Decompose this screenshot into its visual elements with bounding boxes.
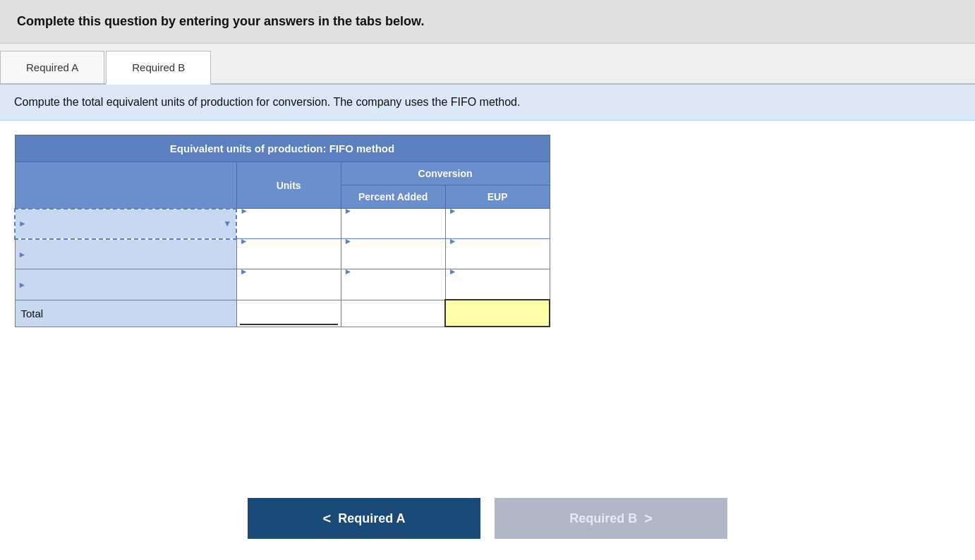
row1-units-input[interactable] <box>240 217 337 243</box>
eup-header: EUP <box>445 185 550 209</box>
row1-eup-input[interactable] <box>449 217 547 243</box>
description-text: Compute the total equivalent units of pr… <box>14 96 520 108</box>
instruction-bar: Complete this question by entering your … <box>0 0 975 44</box>
table-title-row: Equivalent units of production: FIFO met… <box>15 135 550 162</box>
required-a-label: Required A <box>338 511 405 526</box>
row2-units-input[interactable] <box>240 247 338 274</box>
row2-percent-input[interactable] <box>344 247 442 274</box>
row1-eup-arrow: ► <box>449 206 457 216</box>
percent-added-header: Percent Added <box>341 185 445 209</box>
total-row: Total <box>15 300 550 327</box>
row2-percent-arrow: ► <box>344 236 353 246</box>
total-eup-cell[interactable] <box>445 300 550 327</box>
equivalents-table: Equivalent units of production: FIFO met… <box>14 135 550 327</box>
total-label-cell: Total <box>15 300 236 327</box>
tab-required-b[interactable]: Required B <box>106 51 211 85</box>
required-b-chevron: > <box>644 511 653 527</box>
row2-units-arrow: ► <box>240 236 248 246</box>
row2-eup-arrow: ► <box>449 236 457 246</box>
row1-units-cell[interactable]: ► <box>236 209 341 239</box>
row1-percent-cell[interactable]: ► <box>341 209 445 239</box>
row2-label-cell[interactable]: ► <box>15 239 236 269</box>
total-label: Total <box>21 308 44 319</box>
required-b-label: Required B <box>569 511 637 526</box>
row1-units-arrow: ► <box>240 206 248 216</box>
row3-eup-arrow: ► <box>449 267 457 276</box>
row3-units-input[interactable] <box>240 277 338 305</box>
row3-left-arrow: ► <box>18 280 27 290</box>
units-header: Units <box>236 162 341 209</box>
bottom-nav: < Required A Required B > <box>0 484 975 560</box>
row3-label-cell[interactable]: ► <box>15 269 236 300</box>
row3-percent-cell[interactable]: ► <box>341 269 445 300</box>
row1-eup-cell[interactable]: ► <box>445 209 550 239</box>
instruction-text: Complete this question by entering your … <box>17 14 424 28</box>
total-eup-input[interactable] <box>449 302 546 324</box>
description-bar: Compute the total equivalent units of pr… <box>0 85 975 121</box>
row3-percent-input[interactable] <box>344 277 442 305</box>
table-container: Equivalent units of production: FIFO met… <box>0 121 975 484</box>
row3-units-cell[interactable]: ► <box>236 269 341 300</box>
row1-percent-arrow: ► <box>344 206 353 216</box>
table-row: ► ► ► ► <box>15 269 550 300</box>
conversion-header: Conversion <box>341 162 550 185</box>
row2-left-arrow: ► <box>18 250 27 260</box>
required-a-chevron: < <box>322 511 331 527</box>
row2-eup-input[interactable] <box>449 247 547 274</box>
tab-required-a[interactable]: Required A <box>0 51 104 83</box>
row1-label-cell[interactable]: ► ▼ <box>15 209 236 239</box>
row3-percent-arrow: ► <box>344 267 353 276</box>
content-area: Compute the total equivalent units of pr… <box>0 85 975 560</box>
tabs-row: Required A Required B <box>0 44 975 85</box>
row3-units-arrow: ► <box>240 267 248 276</box>
table-title: Equivalent units of production: FIFO met… <box>15 135 550 162</box>
total-units-cell[interactable] <box>236 300 341 327</box>
row1-percent-input[interactable] <box>344 217 442 243</box>
required-b-button[interactable]: Required B > <box>495 498 727 539</box>
row1-dropdown[interactable]: ► ▼ <box>18 211 233 237</box>
row1-left-arrow: ► <box>18 219 27 229</box>
header-row: Units Conversion <box>15 162 550 185</box>
row3-eup-input[interactable] <box>449 277 547 304</box>
required-a-button[interactable]: < Required A <box>248 498 480 539</box>
total-units-input[interactable] <box>240 302 338 325</box>
row3-eup-cell[interactable]: ► <box>445 269 550 300</box>
table-row: ► ▼ ► ► ► <box>15 209 550 239</box>
empty-header <box>15 162 236 209</box>
row1-dropdown-arrow[interactable]: ▼ <box>223 219 231 229</box>
